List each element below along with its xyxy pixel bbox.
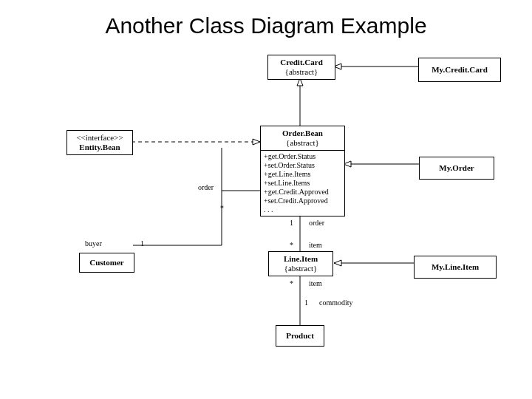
product-name: Product [286,331,314,340]
mult-star-item2: * [290,279,293,287]
orderbean-methods: +get.Order.Status +set.Order.Status +get… [261,151,344,216]
customer-name: Customer [89,258,123,267]
role-item2: item [309,279,322,287]
class-entitybean: <<interface>>Entity.Bean [66,130,133,155]
mult-one-commodity: 1 [304,299,308,307]
entitybean-stereo: <<interface>> [76,133,123,142]
class-customer: Customer [79,253,134,273]
class-orderbean: Order.Bean{abstract} +get.Order.Status +… [260,126,345,216]
class-mycreditcard: My.Credit.Card [418,58,501,82]
role-commodity: commodity [319,299,353,307]
orderbean-name: Order.Bean [282,129,323,137]
mult-buyer-one: 1 [140,239,144,248]
myorder-name: My.Order [439,163,474,172]
orderbean-stereo: {abstract} [286,138,319,147]
class-mylineitem: My.Line.Item [414,256,497,279]
role-order2: order [309,219,324,227]
lineitem-name: Line.Item [284,254,318,263]
mylineitem-name: My.Line.Item [432,262,479,271]
mult-star: * [220,204,224,212]
mycreditcard-name: My.Credit.Card [432,65,488,74]
creditcard-name: Credit.Card [280,58,323,66]
creditcard-stereo: {abstract} [285,67,318,76]
role-order: order [198,183,214,191]
class-myorder: My.Order [419,157,494,180]
class-product: Product [276,325,324,347]
entitybean-name: Entity.Bean [79,143,120,151]
mult-star-item: * [290,241,293,249]
class-lineitem: Line.Item{abstract} [268,251,333,276]
class-creditcard: Credit.Card{abstract} [267,55,335,80]
lineitem-stereo: {abstract} [284,264,318,273]
page-title: Another Class Diagram Example [0,0,532,38]
role-buyer: buyer [85,239,102,248]
mult-one-order: 1 [290,219,293,227]
role-item: item [309,241,322,249]
